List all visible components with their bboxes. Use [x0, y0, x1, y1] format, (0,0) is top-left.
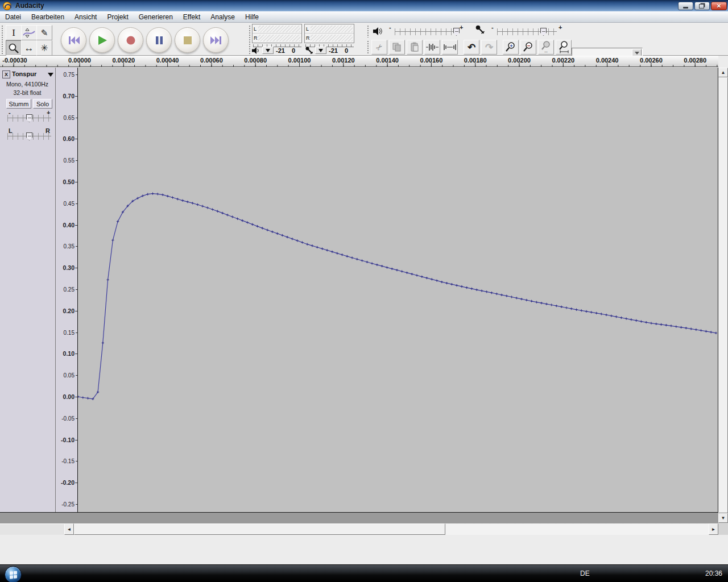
meter-toolbar-gripper[interactable] — [249, 25, 251, 55]
audacity-window: Audacity ✕ DateiBearbeitenAnsichtProjekt… — [0, 0, 728, 582]
tools-toolbar-gripper[interactable] — [1, 25, 3, 55]
record-button[interactable] — [118, 27, 143, 53]
zoom-tool-button[interactable] — [6, 40, 22, 56]
skip-to-start-button[interactable] — [61, 27, 86, 53]
fit-selection-icon: ↔ — [540, 41, 552, 53]
time-label: 0.00200 — [508, 57, 531, 64]
track-menu-arrow-icon[interactable] — [48, 73, 53, 80]
vertical-amplitude-ruler[interactable]: 0.750.700.650.600.550.500.450.400.350.30… — [56, 68, 78, 513]
zoom-in-button[interactable]: + — [503, 40, 519, 55]
title-bar[interactable]: Audacity — [0, 0, 728, 11]
menu-item-analyse[interactable]: Analyse — [205, 12, 240, 22]
input-meter[interactable]: L R — [304, 24, 354, 43]
redo-button[interactable]: ↷ — [481, 40, 497, 55]
silence-button[interactable] — [442, 40, 458, 55]
time-label: 0.00160 — [420, 57, 443, 64]
hscroll-right-button[interactable]: ► — [709, 523, 718, 535]
hscroll-left-button[interactable]: ◄ — [64, 523, 74, 535]
mute-button[interactable]: Stumm — [6, 99, 31, 109]
input-volume-slider[interactable] — [497, 28, 557, 35]
minimize-button[interactable] — [678, 2, 693, 10]
track-close-button[interactable]: X — [2, 70, 10, 78]
amplitude-label: -0.05 — [61, 415, 75, 421]
input-meter-bar-l — [311, 26, 353, 32]
output-meter[interactable]: L R — [252, 24, 302, 43]
selection-tool-button[interactable]: I — [6, 25, 22, 40]
time-label: 0.00000 — [68, 57, 91, 64]
play-icon — [97, 35, 107, 45]
menu-item-effekt[interactable]: Effekt — [178, 12, 205, 22]
play-button[interactable] — [89, 27, 115, 53]
vscroll-up-button[interactable]: ▲ — [718, 68, 728, 77]
waveform-curve — [78, 68, 718, 513]
amplitude-label: 0.45 — [64, 200, 75, 206]
language-indicator[interactable]: DE — [580, 569, 590, 577]
amplitude-tick — [76, 504, 77, 505]
stop-button[interactable] — [175, 27, 200, 53]
amplitude-label: -0.20 — [61, 479, 75, 486]
menu-item-bearbeiten[interactable]: Bearbeiten — [26, 12, 69, 22]
output-meter-dropdown[interactable] — [262, 47, 274, 54]
amplitude-tick — [76, 203, 77, 204]
amplitude-tick — [75, 225, 77, 226]
amplitude-tick — [75, 268, 77, 268]
amplitude-tick — [76, 118, 77, 118]
menu-item-datei[interactable]: Datei — [0, 12, 26, 22]
input-volume-mic-icon — [475, 25, 485, 34]
svg-text:↔: ↔ — [544, 48, 549, 53]
meter-l-label: L — [254, 26, 258, 32]
trim-button[interactable] — [424, 40, 440, 55]
time-label: 0.00220 — [552, 57, 574, 64]
svg-text:−: − — [527, 43, 531, 49]
waveform-display[interactable] — [78, 68, 718, 513]
timeline-ruler[interactable]: -0.000300.000000.000200.000400.000600.00… — [0, 56, 718, 67]
output-meter-bar-l — [258, 26, 300, 32]
close-button[interactable]: ✕ — [711, 2, 727, 10]
track-title-dropdown[interactable]: Tonspur — [12, 70, 36, 77]
magnifier-icon — [8, 43, 19, 54]
trim-icon — [426, 43, 439, 52]
menu-item-projekt[interactable]: Projekt — [102, 12, 133, 22]
zoom-out-icon: − — [523, 41, 534, 53]
vscroll-down-button[interactable]: ▼ — [718, 513, 728, 523]
paste-button[interactable] — [407, 40, 423, 55]
copy-button[interactable] — [389, 40, 405, 55]
cut-button[interactable]: ✂ — [371, 40, 387, 55]
time-label: 0.00100 — [288, 57, 311, 64]
solo-button[interactable]: Solo — [33, 99, 52, 109]
input-meter-dropdown[interactable] — [315, 47, 326, 54]
draw-tool-button[interactable]: ✎ — [36, 25, 52, 40]
fit-project-button[interactable] — [556, 40, 572, 55]
start-button[interactable] — [5, 566, 22, 582]
envelope-icon — [23, 28, 35, 38]
menu-item-generieren[interactable]: Generieren — [134, 12, 178, 22]
pause-button[interactable] — [146, 27, 172, 53]
audacity-logo-icon — [3, 2, 11, 10]
timeshift-tool-button[interactable]: ↔ — [21, 40, 37, 56]
amplitude-label: -0.15 — [61, 458, 75, 464]
paste-icon — [410, 42, 420, 52]
output-volume-slider[interactable] — [395, 28, 457, 35]
amplitude-label: 0.55 — [64, 157, 75, 164]
menu-item-ansicht[interactable]: Ansicht — [69, 12, 102, 22]
envelope-tool-button[interactable] — [21, 25, 37, 40]
output-volume-speaker-icon — [373, 27, 383, 35]
input-volume-min-label: - — [491, 24, 494, 31]
skip-to-end-button[interactable] — [203, 27, 229, 53]
empty-track-space — [0, 513, 718, 523]
restore-button[interactable] — [694, 2, 710, 10]
time-label: 0.00060 — [200, 57, 223, 64]
undo-button[interactable]: ↶ — [464, 40, 479, 55]
fit-selection-button[interactable]: ↔ — [538, 40, 554, 55]
amplitude-tick — [76, 289, 77, 290]
amplitude-label: 0.30 — [63, 264, 75, 271]
zoom-out-button[interactable]: − — [520, 40, 536, 55]
vscroll-thumb[interactable] — [718, 77, 728, 513]
meter-r-label: R — [254, 35, 258, 41]
mixer-toolbar-gripper[interactable] — [367, 25, 369, 38]
scrollbar-corner — [718, 523, 728, 535]
edit-toolbar-gripper[interactable] — [367, 40, 369, 54]
multi-tool-button[interactable]: ✳ — [36, 40, 52, 56]
menu-item-hilfe[interactable]: Hilfe — [240, 12, 264, 22]
hscroll-thumb[interactable] — [74, 523, 445, 535]
